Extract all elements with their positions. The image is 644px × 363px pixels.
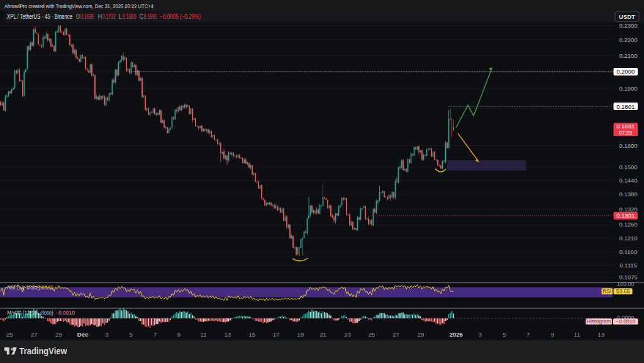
- svg-text:0.1691: 0.1691: [144, 13, 157, 20]
- svg-text:3: 3: [479, 331, 482, 338]
- svg-text:0.1702: 0.1702: [103, 13, 116, 20]
- svg-text:17: 17: [273, 331, 280, 338]
- svg-text:−0.0010: −0.0010: [55, 310, 75, 316]
- svg-text:100.00: 100.00: [617, 281, 635, 287]
- svg-text:9: 9: [551, 331, 554, 338]
- svg-text:XPL / TetherUS · 45 · Binance: XPL / TetherUS · 45 · Binance: [7, 13, 72, 20]
- svg-text:7: 7: [153, 331, 157, 338]
- svg-text:TradingView: TradingView: [19, 345, 67, 356]
- svg-text:−0.0010: −0.0010: [616, 318, 635, 325]
- svg-text:H: H: [98, 13, 103, 20]
- svg-text:0.1380: 0.1380: [619, 191, 637, 198]
- svg-text:9: 9: [177, 331, 180, 338]
- svg-text:RSI (14, close): RSI (14, close): [8, 284, 40, 291]
- svg-text:O: O: [76, 13, 80, 20]
- svg-text:0.1680: 0.1680: [123, 13, 136, 20]
- svg-text:0.1440: 0.1440: [619, 177, 637, 184]
- svg-text:23: 23: [344, 331, 351, 338]
- svg-text:11: 11: [201, 331, 207, 338]
- svg-text:0.1210: 0.1210: [619, 235, 637, 242]
- svg-text:5: 5: [130, 331, 133, 338]
- svg-text:0.1691: 0.1691: [616, 123, 635, 130]
- svg-text:0.1320: 0.1320: [619, 206, 637, 213]
- svg-text:5: 5: [502, 331, 506, 338]
- svg-text:13: 13: [598, 331, 605, 338]
- svg-text:0.1695: 0.1695: [80, 13, 95, 20]
- svg-text:19: 19: [297, 331, 304, 338]
- svg-text:AhmadPro created with TradingV: AhmadPro created with TradingView.com, D…: [4, 3, 153, 9]
- svg-text:53.65: 53.65: [616, 288, 630, 294]
- svg-text:11: 11: [574, 331, 580, 338]
- svg-text:Histogram: Histogram: [587, 318, 611, 325]
- svg-text:L: L: [119, 13, 123, 20]
- svg-text:2026: 2026: [450, 331, 463, 338]
- svg-text:0.1801: 0.1801: [616, 103, 635, 110]
- svg-text:0.1260: 0.1260: [619, 221, 637, 228]
- svg-text:0.1075: 0.1075: [619, 274, 637, 281]
- svg-text:0.2300: 0.2300: [619, 22, 637, 29]
- svg-text:0.1160: 0.1160: [619, 249, 637, 255]
- svg-text:Dec: Dec: [77, 331, 88, 338]
- svg-text:0.1301: 0.1301: [616, 212, 635, 219]
- svg-text:0.1900: 0.1900: [619, 85, 637, 92]
- svg-text:25: 25: [369, 331, 375, 338]
- svg-text:21: 21: [320, 331, 327, 338]
- svg-text:25: 25: [6, 331, 13, 338]
- svg-text:0.1600: 0.1600: [619, 142, 637, 149]
- svg-text:07:29: 07:29: [619, 130, 633, 136]
- svg-text:0.1500: 0.1500: [619, 164, 637, 170]
- svg-text:29: 29: [55, 331, 62, 338]
- svg-text:53.65: 53.65: [42, 284, 53, 291]
- svg-text:27: 27: [392, 331, 399, 338]
- svg-text:0.1115: 0.1115: [619, 262, 637, 269]
- svg-text:0.2000: 0.2000: [616, 68, 635, 75]
- svg-text:13: 13: [225, 331, 231, 338]
- svg-text:29: 29: [418, 331, 425, 338]
- svg-text:MACD (12, 26, close): MACD (12, 26, close): [8, 310, 53, 316]
- svg-text:RSI: RSI: [602, 288, 611, 294]
- svg-text:3: 3: [105, 331, 108, 338]
- svg-text:−0.0005 (−0.29%): −0.0005 (−0.29%): [160, 13, 201, 20]
- svg-text:C: C: [139, 13, 143, 20]
- svg-text:USDT: USDT: [619, 13, 635, 20]
- svg-text:0.2100: 0.2100: [619, 52, 637, 59]
- svg-text:7: 7: [526, 331, 530, 338]
- svg-text:0.2200: 0.2200: [619, 36, 637, 43]
- svg-text:27: 27: [31, 331, 38, 338]
- svg-text:15: 15: [248, 331, 255, 338]
